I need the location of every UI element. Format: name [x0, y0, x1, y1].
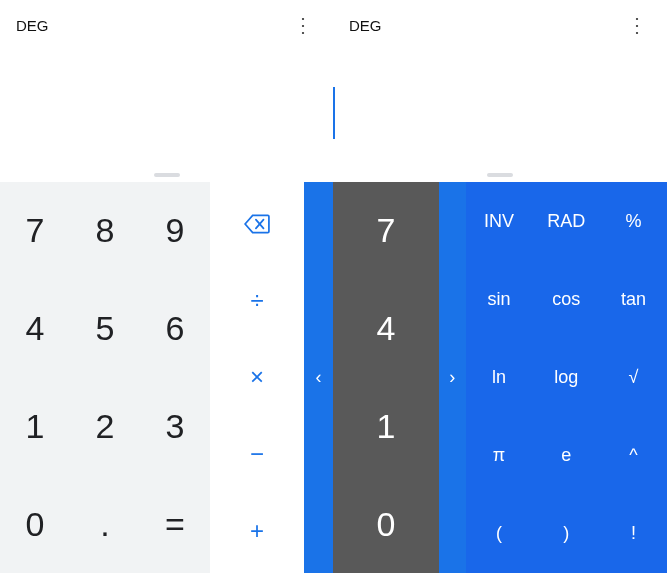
key-8[interactable]: 8 — [70, 182, 140, 280]
fn-rad[interactable]: RAD — [533, 182, 600, 260]
chevron-right-icon: › — [449, 367, 455, 388]
backspace-icon — [244, 214, 270, 234]
numpad: 7 8 9 4 5 6 1 2 3 0 . = — [0, 182, 210, 573]
fn-e[interactable]: e — [533, 417, 600, 495]
fn-log[interactable]: log — [533, 338, 600, 416]
topbar: DEG ⋮ — [333, 0, 667, 36]
key-3[interactable]: 3 — [140, 378, 210, 476]
divide-button[interactable]: ÷ — [210, 263, 304, 340]
display-area[interactable] — [333, 36, 667, 173]
fn-factorial[interactable]: ! — [600, 495, 667, 573]
key-5[interactable]: 5 — [70, 280, 140, 378]
overflow-menu-icon[interactable]: ⋮ — [623, 11, 651, 39]
keypad: 7 4 1 0 › INV RAD % sin cos tan ln log √… — [333, 182, 667, 573]
calculator-left-pane: DEG ⋮ 7 8 9 4 5 6 1 2 3 0 . = — [0, 0, 333, 573]
key-9[interactable]: 9 — [140, 182, 210, 280]
minus-button[interactable]: − — [210, 416, 304, 493]
key-7[interactable]: 7 — [333, 182, 439, 280]
angle-mode-label[interactable]: DEG — [349, 17, 382, 34]
fn-lparen[interactable]: ( — [466, 495, 533, 573]
key-4[interactable]: 4 — [333, 280, 439, 378]
key-6[interactable]: 6 — [140, 280, 210, 378]
key-2[interactable]: 2 — [70, 378, 140, 476]
fn-tan[interactable]: tan — [600, 260, 667, 338]
drag-handle[interactable] — [154, 173, 180, 177]
fn-power[interactable]: ^ — [600, 417, 667, 495]
drag-handle-row — [0, 173, 333, 182]
key-4[interactable]: 4 — [0, 280, 70, 378]
chevron-left-icon: ‹ — [316, 367, 322, 388]
topbar: DEG ⋮ — [0, 0, 333, 36]
fn-inv[interactable]: INV — [466, 182, 533, 260]
overflow-menu-icon[interactable]: ⋮ — [289, 11, 317, 39]
key-7[interactable]: 7 — [0, 182, 70, 280]
fn-rparen[interactable]: ) — [533, 495, 600, 573]
key-1[interactable]: 1 — [333, 378, 439, 476]
drawer-tab[interactable]: ‹ — [304, 182, 333, 573]
display-area[interactable] — [0, 36, 333, 173]
fn-pi[interactable]: π — [466, 417, 533, 495]
calculator-right-pane: DEG ⋮ 7 4 1 0 › INV RAD % sin cos — [333, 0, 667, 573]
fn-sin[interactable]: sin — [466, 260, 533, 338]
keypad: 7 8 9 4 5 6 1 2 3 0 . = — [0, 182, 333, 573]
multiply-button[interactable]: × — [210, 339, 304, 416]
key-equals[interactable]: = — [140, 475, 210, 573]
key-decimal[interactable]: . — [70, 475, 140, 573]
operator-column: ÷ × − + — [210, 182, 304, 573]
key-1[interactable]: 1 — [0, 378, 70, 476]
fn-sqrt[interactable]: √ — [600, 338, 667, 416]
fn-ln[interactable]: ln — [466, 338, 533, 416]
key-0[interactable]: 0 — [333, 475, 439, 573]
key-0[interactable]: 0 — [0, 475, 70, 573]
drag-handle-row — [333, 173, 667, 182]
fn-cos[interactable]: cos — [533, 260, 600, 338]
scientific-panel: INV RAD % sin cos tan ln log √ π e ^ ( )… — [466, 182, 668, 573]
fn-percent[interactable]: % — [600, 182, 667, 260]
drawer-tab[interactable]: › — [439, 182, 466, 573]
angle-mode-label[interactable]: DEG — [16, 17, 49, 34]
number-column: 7 4 1 0 — [333, 182, 439, 573]
backspace-button[interactable] — [210, 186, 304, 263]
plus-button[interactable]: + — [210, 492, 304, 569]
drag-handle[interactable] — [487, 173, 513, 177]
text-cursor — [333, 87, 335, 139]
